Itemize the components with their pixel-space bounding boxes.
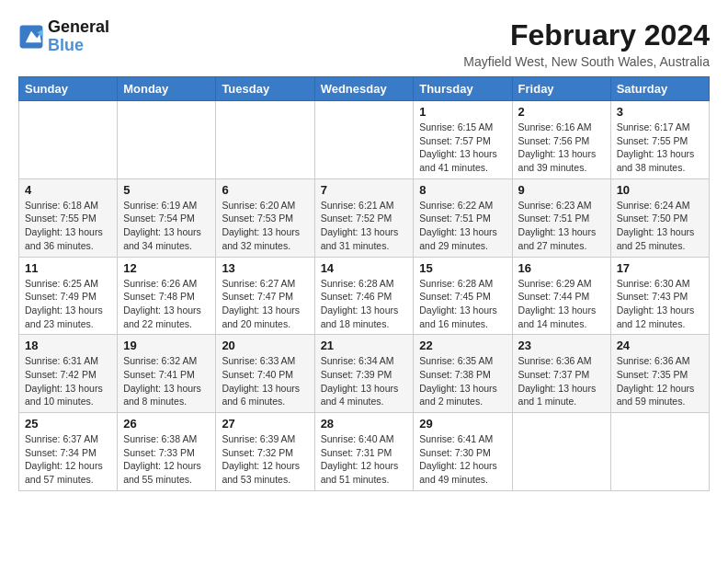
logo: General Blue: [18, 18, 109, 55]
calendar-cell: [216, 101, 314, 179]
calendar-cell: 23Sunrise: 6:36 AMSunset: 7:37 PMDayligh…: [512, 335, 610, 413]
calendar-cell: 15Sunrise: 6:28 AMSunset: 7:45 PMDayligh…: [414, 257, 512, 335]
calendar-cell: 18Sunrise: 6:31 AMSunset: 7:42 PMDayligh…: [19, 335, 118, 413]
day-number: 13: [222, 261, 308, 275]
day-info: Sunrise: 6:19 AMSunset: 7:54 PMDaylight:…: [123, 199, 210, 253]
calendar-cell: 27Sunrise: 6:39 AMSunset: 7:32 PMDayligh…: [216, 413, 314, 491]
calendar-cell: 13Sunrise: 6:27 AMSunset: 7:47 PMDayligh…: [216, 257, 314, 335]
day-info: Sunrise: 6:22 AMSunset: 7:51 PMDaylight:…: [419, 199, 506, 253]
day-info: Sunrise: 6:15 AMSunset: 7:57 PMDaylight:…: [419, 121, 506, 175]
day-info: Sunrise: 6:37 AMSunset: 7:34 PMDaylight:…: [25, 432, 111, 487]
calendar-cell: 4Sunrise: 6:18 AMSunset: 7:55 PMDaylight…: [19, 178, 118, 257]
day-number: 16: [518, 261, 605, 275]
day-info: Sunrise: 6:32 AMSunset: 7:41 PMDaylight:…: [123, 354, 210, 408]
calendar-cell: 3Sunrise: 6:17 AMSunset: 7:55 PMDaylight…: [610, 101, 709, 179]
day-number: 19: [123, 339, 210, 352]
calendar-cell: 7Sunrise: 6:21 AMSunset: 7:52 PMDaylight…: [314, 178, 414, 257]
weekday-header-friday: Friday: [512, 77, 610, 101]
calendar-cell: 29Sunrise: 6:41 AMSunset: 7:30 PMDayligh…: [414, 413, 512, 491]
day-info: Sunrise: 6:28 AMSunset: 7:46 PMDaylight:…: [321, 277, 408, 331]
calendar-cell: [512, 413, 610, 491]
day-info: Sunrise: 6:28 AMSunset: 7:45 PMDaylight:…: [419, 277, 506, 331]
day-info: Sunrise: 6:38 AMSunset: 7:33 PMDaylight:…: [123, 432, 210, 487]
day-number: 8: [419, 183, 506, 197]
day-number: 15: [419, 261, 506, 275]
day-number: 4: [25, 183, 111, 197]
logo-icon: [18, 24, 44, 50]
day-number: 18: [25, 339, 111, 352]
day-info: Sunrise: 6:26 AMSunset: 7:48 PMDaylight:…: [123, 277, 210, 331]
weekday-header-tuesday: Tuesday: [216, 77, 314, 101]
day-info: Sunrise: 6:25 AMSunset: 7:49 PMDaylight:…: [25, 277, 111, 331]
day-number: 9: [518, 183, 605, 197]
day-number: 27: [222, 417, 308, 431]
calendar-cell: 28Sunrise: 6:40 AMSunset: 7:31 PMDayligh…: [314, 413, 414, 491]
weekday-header-thursday: Thursday: [414, 77, 512, 101]
calendar-cell: [118, 101, 216, 179]
day-number: 21: [321, 339, 408, 352]
day-number: 14: [321, 261, 408, 275]
day-number: 1: [419, 105, 506, 119]
main-title: February 2024: [463, 18, 710, 52]
day-number: 29: [419, 417, 506, 431]
day-info: Sunrise: 6:39 AMSunset: 7:32 PMDaylight:…: [222, 432, 308, 487]
day-info: Sunrise: 6:29 AMSunset: 7:44 PMDaylight:…: [518, 277, 605, 331]
day-info: Sunrise: 6:20 AMSunset: 7:53 PMDaylight:…: [222, 199, 308, 253]
day-info: Sunrise: 6:27 AMSunset: 7:47 PMDaylight:…: [222, 277, 308, 331]
calendar-cell: [314, 101, 414, 179]
day-number: 28: [321, 417, 408, 431]
calendar-cell: 26Sunrise: 6:38 AMSunset: 7:33 PMDayligh…: [118, 413, 216, 491]
day-number: 2: [518, 105, 605, 119]
calendar-cell: [610, 413, 709, 491]
calendar-cell: 14Sunrise: 6:28 AMSunset: 7:46 PMDayligh…: [314, 257, 414, 335]
day-number: 22: [419, 339, 506, 352]
calendar-cell: 25Sunrise: 6:37 AMSunset: 7:34 PMDayligh…: [19, 413, 118, 491]
day-info: Sunrise: 6:36 AMSunset: 7:37 PMDaylight:…: [518, 354, 605, 408]
weekday-header-sunday: Sunday: [19, 77, 118, 101]
day-number: 24: [617, 339, 703, 352]
day-info: Sunrise: 6:31 AMSunset: 7:42 PMDaylight:…: [25, 354, 111, 408]
weekday-header-saturday: Saturday: [610, 77, 709, 101]
day-info: Sunrise: 6:35 AMSunset: 7:38 PMDaylight:…: [419, 354, 506, 408]
weekday-header-monday: Monday: [118, 77, 216, 101]
calendar-cell: 16Sunrise: 6:29 AMSunset: 7:44 PMDayligh…: [512, 257, 610, 335]
day-info: Sunrise: 6:16 AMSunset: 7:56 PMDaylight:…: [518, 121, 605, 175]
day-number: 20: [222, 339, 308, 352]
day-info: Sunrise: 6:30 AMSunset: 7:43 PMDaylight:…: [617, 277, 703, 331]
day-info: Sunrise: 6:18 AMSunset: 7:55 PMDaylight:…: [25, 199, 111, 253]
calendar-cell: 22Sunrise: 6:35 AMSunset: 7:38 PMDayligh…: [414, 335, 512, 413]
calendar-cell: 6Sunrise: 6:20 AMSunset: 7:53 PMDaylight…: [216, 178, 314, 257]
day-number: 3: [617, 105, 703, 119]
day-number: 23: [518, 339, 605, 352]
calendar-cell: 20Sunrise: 6:33 AMSunset: 7:40 PMDayligh…: [216, 335, 314, 413]
day-info: Sunrise: 6:36 AMSunset: 7:35 PMDaylight:…: [617, 354, 703, 408]
day-number: 7: [321, 183, 408, 197]
weekday-header-wednesday: Wednesday: [314, 77, 414, 101]
calendar-cell: 24Sunrise: 6:36 AMSunset: 7:35 PMDayligh…: [610, 335, 709, 413]
calendar-cell: 21Sunrise: 6:34 AMSunset: 7:39 PMDayligh…: [314, 335, 414, 413]
logo-text: General Blue: [48, 18, 109, 55]
subtitle: Mayfield West, New South Wales, Australi…: [463, 54, 710, 69]
calendar-cell: 19Sunrise: 6:32 AMSunset: 7:41 PMDayligh…: [118, 335, 216, 413]
day-number: 11: [25, 261, 111, 275]
day-info: Sunrise: 6:34 AMSunset: 7:39 PMDaylight:…: [321, 354, 408, 408]
calendar-cell: 1Sunrise: 6:15 AMSunset: 7:57 PMDaylight…: [414, 101, 512, 179]
day-number: 12: [123, 261, 210, 275]
day-info: Sunrise: 6:24 AMSunset: 7:50 PMDaylight:…: [617, 199, 703, 253]
day-number: 26: [123, 417, 210, 431]
day-info: Sunrise: 6:21 AMSunset: 7:52 PMDaylight:…: [321, 199, 408, 253]
day-info: Sunrise: 6:33 AMSunset: 7:40 PMDaylight:…: [222, 354, 308, 408]
day-number: 10: [617, 183, 703, 197]
calendar-cell: 12Sunrise: 6:26 AMSunset: 7:48 PMDayligh…: [118, 257, 216, 335]
calendar-cell: 11Sunrise: 6:25 AMSunset: 7:49 PMDayligh…: [19, 257, 118, 335]
day-info: Sunrise: 6:40 AMSunset: 7:31 PMDaylight:…: [321, 432, 408, 487]
day-number: 17: [617, 261, 703, 275]
calendar-cell: 17Sunrise: 6:30 AMSunset: 7:43 PMDayligh…: [610, 257, 709, 335]
day-number: 25: [25, 417, 111, 431]
calendar-cell: 8Sunrise: 6:22 AMSunset: 7:51 PMDaylight…: [414, 178, 512, 257]
day-info: Sunrise: 6:17 AMSunset: 7:55 PMDaylight:…: [617, 121, 703, 175]
calendar: SundayMondayTuesdayWednesdayThursdayFrid…: [18, 76, 710, 491]
calendar-cell: [19, 101, 118, 179]
day-info: Sunrise: 6:23 AMSunset: 7:51 PMDaylight:…: [518, 199, 605, 253]
calendar-cell: 10Sunrise: 6:24 AMSunset: 7:50 PMDayligh…: [610, 178, 709, 257]
